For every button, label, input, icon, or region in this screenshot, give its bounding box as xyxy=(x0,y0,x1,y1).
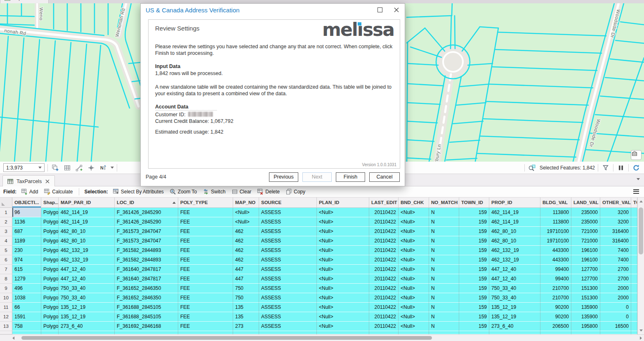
table-cell[interactable] xyxy=(631,227,637,236)
table-cell[interactable]: 750_33_40 xyxy=(59,293,115,303)
vertical-scrollbar[interactable] xyxy=(637,198,644,334)
table-cell[interactable]: 20110422 xyxy=(369,284,399,293)
table-cell[interactable]: Polygon xyxy=(41,236,59,246)
table-cell[interactable]: ASSESS xyxy=(259,217,317,227)
map-scale-select[interactable]: 1:3,973 xyxy=(3,163,45,172)
table-cell[interactable] xyxy=(631,265,637,274)
column-header[interactable]: OTHER_VAL xyxy=(600,198,631,208)
table-cell[interactable]: 19710100 xyxy=(540,236,571,246)
table-cell[interactable]: 159 xyxy=(459,322,489,331)
selection-zoom-button[interactable] xyxy=(528,163,537,172)
table-cell[interactable]: <Null> xyxy=(317,303,369,312)
table-cell[interactable]: 462_114_19 xyxy=(489,217,540,227)
column-header[interactable]: LAST_EDIT xyxy=(369,198,399,208)
north-arrow-button[interactable]: N xyxy=(99,163,108,172)
table-cell[interactable]: ASSESS xyxy=(259,322,317,331)
table-cell[interactable]: 447_12_40 xyxy=(489,274,540,284)
table-cell[interactable]: 273_6_40 xyxy=(489,322,540,331)
table-cell[interactable]: 135900 xyxy=(571,312,600,322)
table-cell[interactable]: F_361688_2845105 xyxy=(115,312,178,322)
table-cell[interactable]: 20110422 xyxy=(369,303,399,312)
table-cell[interactable]: 462_80_10 xyxy=(59,227,115,236)
delete-button[interactable]: Delete xyxy=(256,188,281,196)
table-cell[interactable] xyxy=(631,236,637,246)
horizontal-scrollbar[interactable] xyxy=(0,334,644,341)
table-cell[interactable]: 462 xyxy=(233,236,259,246)
column-header[interactable]: OBJECTI... xyxy=(12,198,41,208)
chevron-down-icon[interactable] xyxy=(637,178,640,180)
table-cell[interactable]: FEE xyxy=(178,227,233,236)
table-cell[interactable]: 721000 xyxy=(571,236,600,246)
table-cell[interactable]: <Null> xyxy=(317,255,369,265)
table-cell[interactable]: 159 xyxy=(459,265,489,274)
zoom-to-button[interactable]: Zoom To xyxy=(168,188,198,196)
table-cell[interactable]: 196100 xyxy=(571,246,600,255)
finish-button[interactable]: Finish xyxy=(336,172,365,182)
table-cell[interactable]: 159 xyxy=(459,303,489,312)
basemap-button[interactable] xyxy=(631,150,642,160)
table-cell[interactable]: <Null> xyxy=(399,255,429,265)
pause-drawing-button[interactable] xyxy=(616,163,625,172)
table-cell[interactable]: 20110422 xyxy=(369,322,399,331)
table-cell[interactable]: 462_80_10 xyxy=(59,236,115,246)
table-cell[interactable]: <Null> xyxy=(399,312,429,322)
row-number[interactable]: 11 xyxy=(0,303,12,312)
column-header[interactable]: TOWN_ID xyxy=(459,198,489,208)
table-cell[interactable]: 195800 xyxy=(571,322,600,331)
table-cell[interactable] xyxy=(631,293,637,303)
column-header[interactable]: BND_CHK xyxy=(399,198,429,208)
table-cell[interactable]: 135_12_19 xyxy=(489,303,540,312)
add-data-button[interactable] xyxy=(51,163,60,172)
table-cell[interactable]: 273 xyxy=(233,322,259,331)
table-cell[interactable]: 159 xyxy=(459,293,489,303)
table-cell[interactable]: FEE xyxy=(178,236,233,246)
table-cell[interactable]: 0 xyxy=(600,312,631,322)
table-cell[interactable]: <Null> xyxy=(317,265,369,274)
table-cell[interactable]: F_361426_2845290 xyxy=(115,217,178,227)
edit-vertices-button[interactable] xyxy=(75,163,84,172)
table-cell[interactable]: FEE xyxy=(178,312,233,322)
table-cell[interactable]: ASSESS xyxy=(259,303,317,312)
table-cell[interactable]: 20110422 xyxy=(369,255,399,265)
table-cell[interactable]: 750 xyxy=(233,284,259,293)
table-cell[interactable]: 721000 xyxy=(571,227,600,236)
table-cell[interactable]: 0 xyxy=(600,303,631,312)
table-cell[interactable]: N xyxy=(429,303,459,312)
table-cell[interactable]: ASSESS xyxy=(259,284,317,293)
table-cell[interactable]: 235000 xyxy=(571,217,600,227)
table-cell[interactable]: 447_12_40 xyxy=(59,274,115,284)
table-cell[interactable]: 20110422 xyxy=(369,236,399,246)
row-number[interactable]: 4 xyxy=(0,236,12,246)
table-cell[interactable]: 1279 xyxy=(12,274,41,284)
table-cell[interactable]: FEE xyxy=(178,274,233,284)
table-cell[interactable]: N xyxy=(429,293,459,303)
table-cell[interactable]: <Null> xyxy=(317,322,369,331)
table-cell[interactable]: 462_132_19 xyxy=(489,255,540,265)
snap-button[interactable] xyxy=(87,163,96,172)
table-cell[interactable]: ASSESS xyxy=(259,312,317,322)
table-cell[interactable]: 462 xyxy=(233,255,259,265)
table-cell[interactable]: F_361688_2845105 xyxy=(115,303,178,312)
table-cell[interactable]: N xyxy=(429,312,459,322)
table-cell[interactable]: F_361582_2844893 xyxy=(115,255,178,265)
table-cell[interactable]: 210700 xyxy=(540,293,571,303)
table-cell[interactable]: 16500 xyxy=(600,322,631,331)
table-cell[interactable]: N xyxy=(429,284,459,293)
table-cell[interactable]: 316400 xyxy=(600,227,631,236)
table-cell[interactable]: N xyxy=(429,227,459,236)
table-cell[interactable]: 135_12_19 xyxy=(59,312,115,322)
table-cell[interactable]: 20110422 xyxy=(369,274,399,284)
clear-selection-button[interactable]: Clear xyxy=(230,188,253,196)
table-cell[interactable]: Polygon xyxy=(41,208,59,217)
table-cell[interactable]: 113800 xyxy=(540,217,571,227)
table-cell[interactable]: 462_80_10 xyxy=(489,236,540,246)
table-cell[interactable]: Polygon xyxy=(41,303,59,312)
select-all-corner[interactable] xyxy=(0,198,12,208)
row-number[interactable]: 13 xyxy=(0,322,12,331)
table-cell[interactable] xyxy=(631,246,637,255)
table-cell[interactable]: 206500 xyxy=(540,322,571,331)
table-cell[interactable]: N xyxy=(429,208,459,217)
table-cell[interactable]: 750_33_40 xyxy=(489,293,540,303)
table-cell[interactable]: 443300 xyxy=(540,255,571,265)
table-cell[interactable]: 615 xyxy=(12,265,41,274)
